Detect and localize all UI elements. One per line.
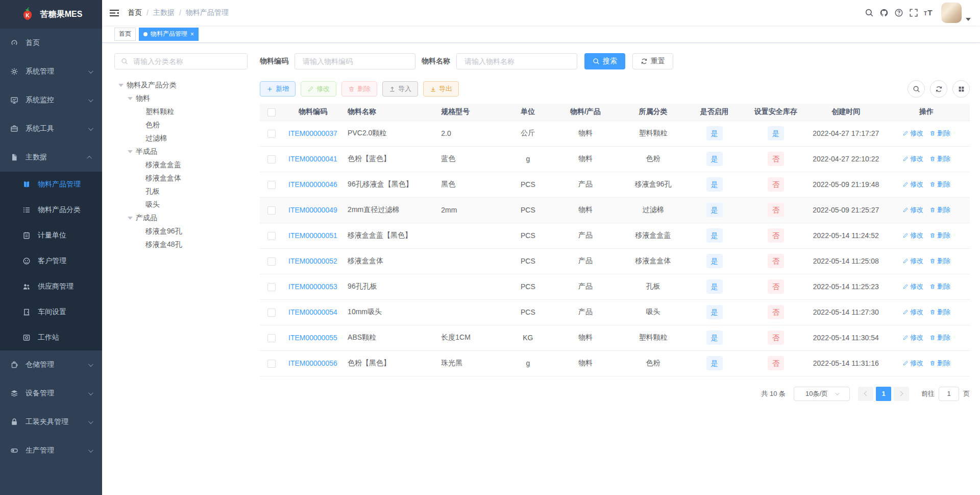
page-number-button[interactable]: 1: [876, 387, 891, 401]
add-button[interactable]: 新增: [260, 81, 296, 97]
sidebar-item[interactable]: 首页: [0, 29, 102, 57]
row-checkbox[interactable]: [267, 130, 276, 138]
row-edit-link[interactable]: 修改: [902, 333, 923, 342]
select-all-checkbox[interactable]: [267, 108, 276, 116]
fullscreen-icon[interactable]: [909, 8, 918, 17]
tree-node[interactable]: 塑料颗粒: [114, 105, 248, 119]
tree-node[interactable]: 半成品: [114, 145, 248, 158]
page-size-select[interactable]: 10条/页: [794, 387, 850, 401]
item-code-link[interactable]: ITEM00000055: [288, 334, 337, 342]
row-edit-link[interactable]: 修改: [902, 205, 923, 215]
row-checkbox[interactable]: [267, 309, 276, 317]
sidebar-subitem[interactable]: 计量单位: [0, 223, 102, 248]
import-button[interactable]: 导入: [382, 81, 418, 97]
tab-home[interactable]: 首页: [114, 28, 136, 41]
edit-button[interactable]: 修改: [301, 81, 336, 97]
tree-node[interactable]: 移液盒48孔: [114, 238, 248, 251]
item-code-link[interactable]: ITEM00000053: [288, 282, 337, 291]
sidebar-subitem[interactable]: 客户管理: [0, 248, 102, 274]
tree-node[interactable]: 移液盒盒体: [114, 172, 248, 185]
row-edit-link[interactable]: 修改: [902, 256, 923, 266]
sidebar-item[interactable]: 仓储管理: [0, 350, 102, 379]
user-menu[interactable]: [941, 3, 971, 23]
tree-node[interactable]: 产成品: [114, 211, 248, 225]
tree-node[interactable]: 吸头: [114, 198, 248, 211]
material-name-input[interactable]: [456, 53, 577, 69]
item-code-link[interactable]: ITEM00000037: [288, 129, 337, 137]
tree-node[interactable]: 移液盒96孔: [114, 225, 248, 238]
item-code-link[interactable]: ITEM00000041: [288, 155, 337, 163]
row-delete-link[interactable]: 删除: [929, 256, 950, 266]
row-checkbox[interactable]: [267, 257, 276, 266]
row-checkbox[interactable]: [267, 232, 276, 240]
tab-close-icon[interactable]: [190, 31, 194, 37]
row-checkbox[interactable]: [267, 334, 276, 342]
delete-button[interactable]: 删除: [341, 81, 377, 97]
search-toggle-button[interactable]: [908, 80, 925, 98]
row-checkbox[interactable]: [267, 283, 276, 291]
row-edit-link[interactable]: 修改: [902, 180, 923, 189]
sidebar-subitem[interactable]: 供应商管理: [0, 274, 102, 299]
tree-node[interactable]: 过滤棉: [114, 132, 248, 145]
row-delete-link[interactable]: 删除: [929, 231, 950, 240]
row-delete-link[interactable]: 删除: [929, 154, 950, 163]
row-edit-link[interactable]: 修改: [902, 308, 923, 317]
item-code-link[interactable]: ITEM00000052: [288, 257, 337, 265]
tree-search-input[interactable]: [132, 57, 241, 66]
row-delete-link[interactable]: 删除: [929, 282, 950, 291]
export-button[interactable]: 导出: [423, 81, 459, 97]
reset-button[interactable]: 重置: [632, 53, 673, 69]
goto-page-input[interactable]: [939, 387, 959, 401]
row-delete-link[interactable]: 删除: [929, 205, 950, 215]
item-code-link[interactable]: ITEM00000046: [288, 180, 337, 188]
search-button[interactable]: 搜索: [584, 53, 625, 69]
row-delete-link[interactable]: 删除: [929, 333, 950, 342]
item-code-link[interactable]: ITEM00000056: [288, 359, 337, 367]
font-size-icon[interactable]: TT: [924, 8, 933, 17]
tree-node[interactable]: 物料及产品分类: [114, 79, 248, 92]
row-edit-link[interactable]: 修改: [902, 129, 923, 138]
logo[interactable]: K 苦糖果MES: [0, 0, 102, 29]
sidebar-subitem[interactable]: 工作站: [0, 325, 102, 350]
header-search-icon[interactable]: [865, 8, 874, 17]
tree-node[interactable]: 物料: [114, 92, 248, 105]
grid-toggle-button[interactable]: [952, 80, 970, 98]
refresh-toggle-button[interactable]: [930, 80, 947, 98]
row-delete-link[interactable]: 删除: [929, 180, 950, 189]
tree-node[interactable]: 孔板: [114, 185, 248, 198]
hamburger-icon[interactable]: [102, 0, 127, 26]
next-page-button[interactable]: [894, 387, 909, 401]
tree-node[interactable]: 移液盒盒盖: [114, 158, 248, 172]
sidebar-item[interactable]: 工装夹具管理: [0, 408, 102, 436]
github-icon[interactable]: [879, 8, 889, 17]
sidebar-item[interactable]: 系统监控: [0, 86, 102, 114]
row-delete-link[interactable]: 删除: [929, 129, 950, 138]
tab-material-product-management[interactable]: 物料产品管理: [139, 28, 199, 41]
row-checkbox[interactable]: [267, 155, 276, 163]
item-code-link[interactable]: ITEM00000054: [288, 308, 337, 316]
row-checkbox[interactable]: [267, 360, 276, 368]
sidebar-item[interactable]: 系统管理: [0, 57, 102, 86]
row-checkbox[interactable]: [267, 206, 276, 215]
help-icon[interactable]: [894, 8, 903, 17]
sidebar-item[interactable]: 主数据: [0, 143, 102, 172]
item-code-link[interactable]: ITEM00000051: [288, 231, 337, 240]
tree-node[interactable]: 色粉: [114, 119, 248, 132]
row-checkbox[interactable]: [267, 181, 276, 189]
row-edit-link[interactable]: 修改: [902, 282, 923, 291]
prev-page-button[interactable]: [858, 387, 873, 401]
sidebar-subitem[interactable]: 车间设置: [0, 299, 102, 325]
item-code-link[interactable]: ITEM00000049: [288, 206, 337, 214]
row-edit-link[interactable]: 修改: [902, 231, 923, 240]
row-delete-link[interactable]: 删除: [929, 359, 950, 368]
sidebar-subitem[interactable]: 物料产品管理: [0, 172, 102, 197]
sidebar-item[interactable]: 设备管理: [0, 379, 102, 408]
row-edit-link[interactable]: 修改: [902, 154, 923, 163]
sidebar-item[interactable]: 生产管理: [0, 436, 102, 465]
sidebar-subitem[interactable]: 物料产品分类: [0, 197, 102, 223]
row-delete-link[interactable]: 删除: [929, 308, 950, 317]
breadcrumb-home[interactable]: 首页: [128, 8, 142, 17]
row-edit-link[interactable]: 修改: [902, 359, 923, 368]
material-code-input[interactable]: [295, 53, 415, 69]
sidebar-item[interactable]: 系统工具: [0, 114, 102, 143]
